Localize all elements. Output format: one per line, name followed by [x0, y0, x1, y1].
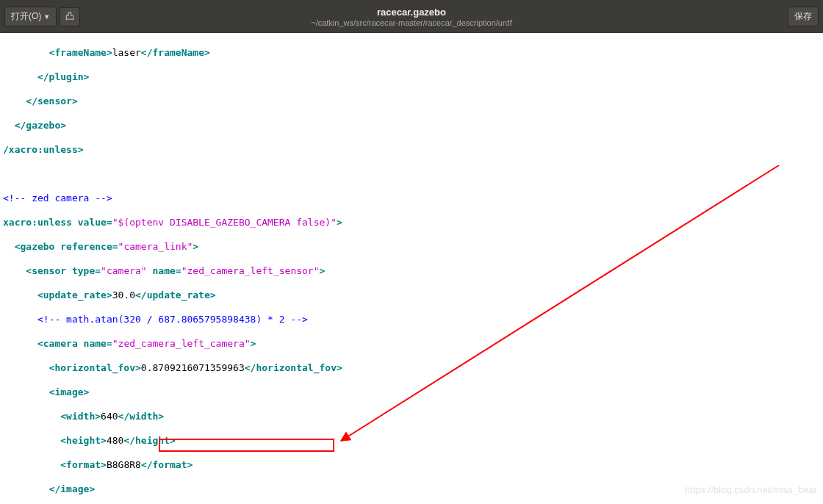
code-line: </image> [3, 483, 820, 496]
new-tab-icon: 凸 [65, 10, 74, 23]
code-line: </gazebo> [3, 120, 820, 132]
code-line: <sensor type="camera" name="zed_camera_l… [3, 265, 820, 278]
titlebar: 打开(O) ▼ 凸 racecar.gazebo ~/catkin_ws/src… [0, 0, 823, 33]
new-tab-button[interactable]: 凸 [60, 7, 80, 26]
chevron-down-icon: ▼ [43, 13, 50, 21]
code-line: <update_rate>30.0</update_rate> [3, 289, 820, 302]
code-editor[interactable]: <frameName>laser</frameName> </plugin> <… [0, 33, 823, 504]
code-line: <format>B8G8R8</format> [3, 459, 820, 472]
code-line: <gazebo reference="camera_link"> [3, 241, 820, 253]
code-line: <!-- zed camera --> [3, 192, 820, 205]
titlebar-right: 保存 [788, 7, 819, 26]
code-line: <camera name="zed_camera_left_camera"> [3, 338, 820, 350]
code-line: <width>640</width> [3, 411, 820, 423]
save-button[interactable]: 保存 [788, 7, 819, 26]
code-line: </sensor> [3, 96, 820, 108]
titlebar-left: 打开(O) ▼ 凸 [4, 7, 80, 26]
code-line: <image> [3, 386, 820, 399]
code-line: <frameName>laser</frameName> [3, 47, 820, 60]
code-line: <horizontal_fov>0.8709216071359963</hori… [3, 362, 820, 375]
code-line [3, 168, 820, 181]
titlebar-center: racecar.gazebo ~/catkin_ws/src/racecar-m… [311, 7, 512, 27]
window-subtitle: ~/catkin_ws/src/racecar-master/racecar_d… [311, 18, 512, 27]
code-line: </plugin> [3, 71, 820, 84]
open-button[interactable]: 打开(O) ▼ [4, 7, 57, 26]
code-line: <!-- math.atan(320 / 687.8065795898438) … [3, 314, 820, 326]
code-line: xacro:unless value="$(optenv DISABLE_GAZ… [3, 217, 820, 229]
code-line: /xacro:unless> [3, 144, 820, 156]
code-line: <height>480</height> [3, 435, 820, 447]
open-label: 打开(O) [11, 10, 41, 23]
save-label: 保存 [794, 10, 812, 23]
window-title: racecar.gazebo [311, 7, 512, 18]
